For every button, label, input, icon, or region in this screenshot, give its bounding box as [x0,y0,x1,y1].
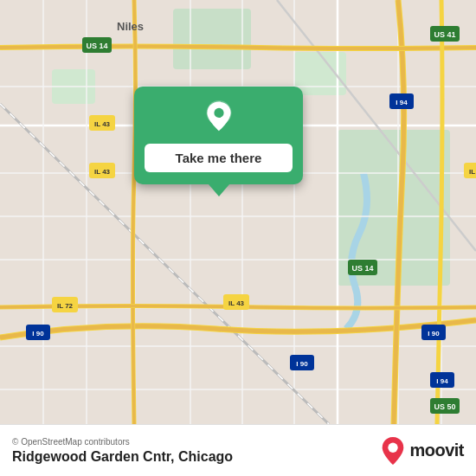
svg-text:US 50: US 50 [434,402,455,411]
svg-point-57 [389,442,398,452]
location-pin-icon [202,100,236,135]
svg-text:Niles: Niles [117,20,144,33]
svg-text:US 14: US 14 [351,264,373,273]
popup-card: Take me there [134,87,303,184]
take-me-there-button[interactable]: Take me there [145,144,293,172]
svg-text:US 14: US 14 [86,42,107,50]
svg-text:IL 72: IL 72 [57,302,74,310]
svg-rect-1 [173,9,251,69]
footer: © OpenStreetMap contributors Ridgewood G… [0,424,476,476]
svg-text:I 94: I 94 [436,377,448,385]
svg-text:IL 43: IL 43 [228,299,245,307]
svg-text:I 90: I 90 [296,360,308,368]
svg-text:IL 43: IL 43 [94,120,111,128]
svg-text:IL 50: IL 50 [469,168,476,176]
moovit-brand-text: moovit [409,441,464,460]
svg-text:IL 43: IL 43 [94,168,111,176]
svg-text:US 41: US 41 [434,30,455,39]
svg-point-56 [214,108,223,118]
map-background: US 14 US 14 US 41 IL 43 IL 43 IL 43 I 94… [0,0,476,424]
svg-text:I 94: I 94 [396,99,408,106]
osm-credit: © OpenStreetMap contributors [12,437,233,447]
footer-left: © OpenStreetMap contributors Ridgewood G… [12,437,233,465]
svg-text:I 90: I 90 [428,330,440,338]
location-name: Ridgewood Garden Cntr, Chicago [12,449,233,465]
moovit-pin-icon [381,436,405,466]
map-container: US 14 US 14 US 41 IL 43 IL 43 IL 43 I 94… [0,0,476,424]
moovit-logo: moovit [381,436,464,466]
svg-text:I 90: I 90 [32,330,44,338]
